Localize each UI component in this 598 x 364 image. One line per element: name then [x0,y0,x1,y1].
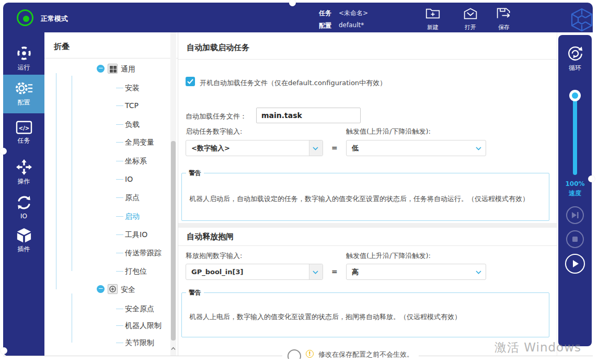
collapse-minus-icon[interactable]: − [97,65,105,73]
sidebar-item-config[interactable]: 配置 [3,80,44,107]
tree-item-packing[interactable]: 打包位 [44,266,175,276]
sidebar-item-label: 配置 [18,99,30,106]
taskfile-input[interactable] [256,108,361,123]
speed-label: 速度 [558,189,592,198]
tree-item-coordinates[interactable]: 坐标系 [44,156,175,166]
tree-scrollbar-thumb[interactable] [171,141,176,340]
new-button[interactable]: 新建 [416,7,450,31]
loop-label: 循环 [558,64,592,73]
tree-item-install[interactable]: 安装 [44,83,175,93]
equals-sign-2: = [331,267,338,276]
section-divider [178,59,557,60]
tree-node-label: 安全 [121,284,135,295]
tree-item-origin[interactable]: 原点 [44,192,175,203]
top-bar: 正常模式 任务 <未命名> 配置 default* 新建 打开 保存 [3,3,593,32]
tree-item-robot-limits[interactable]: 机器人限制 [44,320,175,331]
loop-button[interactable] [566,44,584,64]
di-select-1[interactable]: <数字输入> [186,140,323,156]
sidebar-item-plugin[interactable]: 插件 [3,228,44,254]
step-next-button[interactable] [566,206,584,224]
speed-value: 100% [558,180,592,187]
save-button[interactable]: 保存 [487,7,521,31]
speed-slider-track[interactable] [573,96,577,175]
footer-notice-group: ! 修改在保存配置之前不会生效。 [282,348,419,359]
trigger-select-2[interactable]: 高 [346,264,486,280]
equals-sign-1: = [331,144,338,152]
sidebar-item-operate[interactable]: 操作 [3,159,44,186]
tree-item-conveyor[interactable]: 传送带跟踪 [44,248,175,258]
save-icon [496,7,512,20]
status-dot-icon [23,16,29,22]
warning-box-2: 警告 机器人上电后，数字输入的值变化至设置的状态后，抱闸将自动释放。（仅远程模式… [181,292,549,337]
general-grid-icon [108,64,118,74]
tree-item-joint-limits[interactable]: 关节限制 [44,337,175,348]
tree-item-startup[interactable]: 启动 [44,211,175,221]
left-handle-notch[interactable] [0,148,7,155]
tree-item-safety-origin[interactable]: 安全原点 [44,303,175,314]
stop-button[interactable] [566,230,584,248]
trigger-select-1[interactable]: 低 [346,140,486,156]
autoload-checkbox-label: 开机自动加载任务文件（仅在default.configuration中有效） [200,78,386,88]
trigger-label-2: 触发值(上升沿/下降沿触发): [346,251,431,261]
sidebar-item-label: 操作 [18,178,30,185]
bottom-left-handle-notch[interactable] [1,347,7,354]
chevron-down-icon [313,271,318,274]
sidebar-item-run[interactable]: 运行 [3,45,44,72]
cube-logo-icon [570,8,593,32]
io-sync-icon [16,194,32,211]
config-value: default* [339,21,364,29]
collapse-minus-icon[interactable]: − [97,285,105,293]
mode-label: 正常模式 [41,14,68,24]
save-button-label: 保存 [487,24,521,31]
section-title-brake: 自动释放抱闸 [187,232,234,242]
section-title-autoload: 自动加载启动任务 [187,43,249,53]
open-button[interactable]: 打开 [454,7,487,31]
taskfile-label: 自动加载任务文件： [186,112,247,121]
play-icon [566,255,584,273]
warning-box-1: 警告 机器人启动后，自动加载设定的任务，数字输入的值变化至设置的状态后，任务将自… [181,173,549,221]
scroll-up-chevron[interactable] [170,343,176,352]
stop-icon [567,231,583,247]
warning-legend: 警告 [186,169,204,178]
play-button[interactable] [565,254,585,274]
warning-legend: 警告 [186,288,204,297]
sidebar-item-label: 运行 [18,64,30,71]
di-select-2[interactable]: GP_bool_in[3] [186,264,323,280]
sidebar-item-task[interactable]: </> 任务 [3,120,44,145]
task-value: <未命名> [339,9,368,18]
tree-node-label: 通用 [121,64,135,74]
app-logo [570,8,593,34]
right-handle-notch[interactable] [588,175,595,182]
chevron-down-icon [476,147,481,150]
app-window: 正常模式 任务 <未命名> 配置 default* 新建 打开 保存 [0,0,598,364]
loop-icon [566,44,584,62]
tree-item-payload[interactable]: 负载 [44,119,175,130]
tree-node-general[interactable]: − 通用 [44,64,175,74]
chevron-down-icon [313,147,318,150]
tree-node-safety[interactable]: − 安全 [44,284,175,295]
tree-item-tcp[interactable]: TCP [44,100,175,111]
tree-item-io[interactable]: IO [44,174,175,184]
tree-collapse-header[interactable]: 折叠 [54,42,70,52]
autoload-checkbox[interactable] [186,77,195,86]
spinner-circle-icon [288,349,301,359]
sidebar-item-io[interactable]: IO [3,194,44,220]
new-file-icon [426,7,440,20]
check-icon [187,78,194,85]
skip-next-icon [567,207,583,223]
open-button-label: 打开 [454,24,487,31]
speed-slider-knob[interactable] [569,90,581,101]
open-file-icon [463,7,478,20]
tree-item-global-vars[interactable]: 全局变量 [44,137,175,147]
chevron-up-icon [171,347,176,350]
section-separator-band [178,223,557,228]
run-icon [16,45,32,62]
tree-separator [44,58,178,58]
tree-child-connector-2 [72,293,72,343]
chevron-down-icon [476,271,481,274]
sidebar-item-label: 插件 [18,245,30,253]
activate-windows-watermark: 激活 Windows [494,339,581,356]
tree-item-tool-io[interactable]: 工具IO [44,229,175,240]
task-label: 任务 [319,9,331,18]
footer-notice-text: 修改在保存配置之前不会生效。 [318,350,413,359]
